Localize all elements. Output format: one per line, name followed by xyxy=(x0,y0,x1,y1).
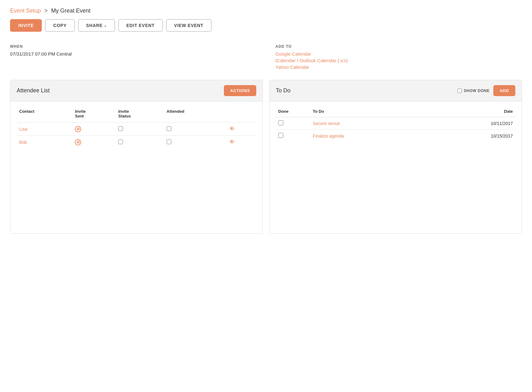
attendee-invite-sent: ⊘ xyxy=(72,136,116,149)
attendee-list-panel: Attendee List ACTIONS Contact InviteSent… xyxy=(10,80,263,234)
col-todo: To Do xyxy=(310,106,454,117)
table-row: Bob ⊘ 👁 xyxy=(17,136,256,149)
todo-table: Done To Do Date Secure venue 10/11/2017 … xyxy=(276,106,515,142)
copy-button[interactable]: COPY xyxy=(45,19,75,32)
done-checkbox[interactable] xyxy=(278,120,283,125)
add-to-section: ADD TO Google Calendar iCalendar / Outlo… xyxy=(257,44,522,70)
edit-event-button[interactable]: EDIT EVENT xyxy=(118,19,163,32)
list-item: Finalize agenda 10/15/2017 xyxy=(276,130,515,142)
col-attended: Attended xyxy=(164,106,227,122)
attendee-contact[interactable]: Bob xyxy=(17,136,72,149)
view-event-button[interactable]: VIEW EVENT xyxy=(166,19,212,32)
attended-checkbox[interactable] xyxy=(167,126,171,131)
attended-checkbox[interactable] xyxy=(167,139,171,144)
add-to-label: ADD TO xyxy=(275,44,522,49)
breadcrumb-separator: > xyxy=(44,8,48,14)
table-row: Lisa ⊘ 👁 xyxy=(17,122,256,136)
show-done-text: SHOW DONE xyxy=(464,89,490,93)
todo-panel: To Do SHOW DONE ADD Done To Do Date xyxy=(269,80,522,234)
todo-task-cell[interactable]: Finalize agenda xyxy=(310,130,454,142)
when-section: WHEN 07/31/2017 07:00 PM Central xyxy=(10,44,257,70)
info-section: WHEN 07/31/2017 07:00 PM Central ADD TO … xyxy=(10,44,522,70)
attendee-eye[interactable]: 👁 xyxy=(227,136,256,149)
attendee-attended[interactable] xyxy=(164,122,227,136)
add-todo-button[interactable]: ADD xyxy=(493,85,515,96)
breadcrumb-link[interactable]: Event Setup xyxy=(10,8,41,14)
todo-task-link[interactable]: Finalize agenda xyxy=(313,133,344,139)
chevron-down-icon: ⌄ xyxy=(104,24,107,28)
col-actions-empty xyxy=(227,106,256,122)
invite-status-checkbox[interactable] xyxy=(118,126,123,131)
col-invite-sent: InviteSent xyxy=(72,106,116,122)
invite-status-checkbox[interactable] xyxy=(118,139,123,144)
breadcrumb-current: My Great Event xyxy=(51,8,91,14)
show-done-label[interactable]: SHOW DONE xyxy=(457,89,490,93)
todo-task-link[interactable]: Secure venue xyxy=(313,121,340,126)
col-done: Done xyxy=(276,106,310,117)
eye-icon[interactable]: 👁 xyxy=(229,126,235,132)
google-calendar-link[interactable]: Google Calendar xyxy=(275,51,522,57)
blocked-icon: ⊘ xyxy=(75,126,81,132)
attendee-table: Contact InviteSent InviteStatus Attended… xyxy=(17,106,256,149)
blocked-icon: ⊘ xyxy=(75,139,81,145)
icalendar-link[interactable]: iCalendar / Outlook Calendar (.ics) xyxy=(275,58,522,63)
col-contact: Contact xyxy=(17,106,72,122)
breadcrumb: Event Setup > My Great Event xyxy=(10,8,522,14)
share-button[interactable]: SHARE ⌄ xyxy=(78,19,115,32)
when-label: WHEN xyxy=(10,44,257,49)
todo-date-cell: 10/11/2017 xyxy=(454,117,515,130)
attendee-invite-sent: ⊘ xyxy=(72,122,116,136)
attendee-invite-status[interactable] xyxy=(116,136,164,149)
todo-header-right: SHOW DONE ADD xyxy=(457,85,515,96)
attendee-eye[interactable]: 👁 xyxy=(227,122,256,136)
eye-icon[interactable]: 👁 xyxy=(229,139,235,145)
col-invite-status: InviteStatus xyxy=(116,106,164,122)
share-label: SHARE xyxy=(86,23,103,28)
attendee-attended[interactable] xyxy=(164,136,227,149)
toolbar: INVITE COPY SHARE ⌄ EDIT EVENT VIEW EVEN… xyxy=(10,19,522,32)
invite-button[interactable]: INVITE xyxy=(10,19,42,32)
add-to-links: Google Calendar iCalendar / Outlook Cale… xyxy=(275,51,522,70)
list-item: Secure venue 10/11/2017 xyxy=(276,117,515,130)
todo-task-cell[interactable]: Secure venue xyxy=(310,117,454,130)
col-date: Date xyxy=(454,106,515,117)
attendee-list-title: Attendee List xyxy=(17,87,50,94)
attendee-list-body: Contact InviteSent InviteStatus Attended… xyxy=(10,101,263,233)
panels: Attendee List ACTIONS Contact InviteSent… xyxy=(10,80,522,234)
done-checkbox[interactable] xyxy=(278,133,283,138)
todo-header: To Do SHOW DONE ADD xyxy=(269,80,522,101)
yahoo-calendar-link[interactable]: Yahoo Calendar xyxy=(275,64,522,70)
todo-done-cell[interactable] xyxy=(276,130,310,142)
todo-body: Done To Do Date Secure venue 10/11/2017 … xyxy=(269,101,522,233)
show-done-checkbox[interactable] xyxy=(457,89,462,93)
todo-title: To Do xyxy=(276,87,291,94)
todo-done-cell[interactable] xyxy=(276,117,310,130)
attendee-list-header: Attendee List ACTIONS xyxy=(10,80,263,101)
todo-date-cell: 10/15/2017 xyxy=(454,130,515,142)
attendee-invite-status[interactable] xyxy=(116,122,164,136)
when-value: 07/31/2017 07:00 PM Central xyxy=(10,51,257,57)
actions-button[interactable]: ACTIONS xyxy=(224,85,256,96)
attendee-contact[interactable]: Lisa xyxy=(17,122,72,136)
